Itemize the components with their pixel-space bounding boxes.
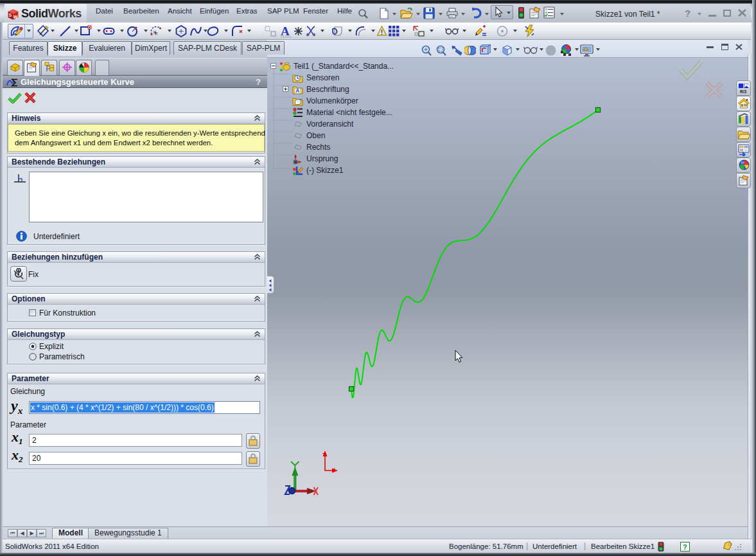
svg-text:W: W xyxy=(13,15,18,19)
svg-text:?: ? xyxy=(683,543,687,551)
svg-text:R/3: R/3 xyxy=(740,89,747,94)
svg-text:A: A xyxy=(281,24,290,38)
svg-text:S: S xyxy=(9,13,12,17)
